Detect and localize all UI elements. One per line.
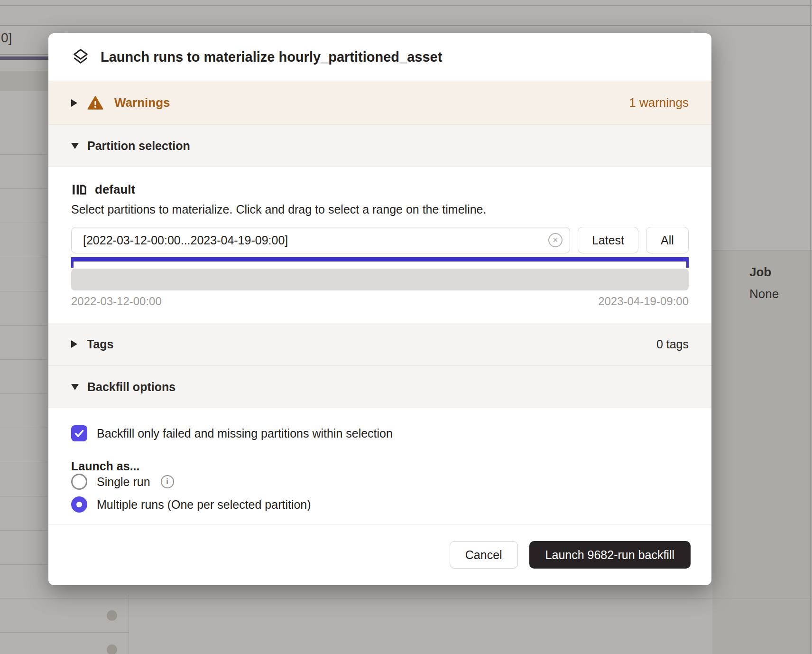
warnings-count: 1 warnings [629, 95, 689, 110]
tags-count: 0 tags [656, 337, 689, 351]
backfill-options-header: Backfill options [87, 380, 175, 394]
bg-divider [0, 5, 812, 6]
timeline-end-label: 2023-04-19-09:00 [598, 295, 689, 308]
tags-header: Tags [87, 337, 114, 351]
info-icon[interactable]: i [161, 475, 174, 488]
tags-section-toggle[interactable]: Tags 0 tags [48, 323, 711, 365]
bg-row-line [0, 359, 47, 360]
failed-missing-checkbox-row[interactable]: Backfill only failed and missing partiti… [71, 425, 689, 441]
partition-range-input[interactable] [71, 227, 570, 253]
checkbox-label: Backfill only failed and missing partiti… [97, 427, 393, 440]
bg-row-line [0, 325, 47, 326]
bg-row-line [0, 257, 47, 257]
partition-timeline[interactable] [71, 269, 689, 290]
launch-as-label: Launch as... [71, 459, 689, 474]
bg-row-line [0, 496, 47, 496]
bg-row-line [0, 154, 47, 155]
bg-divider [0, 25, 812, 26]
bg-partial-text: 0] [1, 30, 12, 46]
bg-selected-row [0, 71, 48, 91]
bg-row-line [0, 291, 47, 291]
bg-status-dot [107, 610, 117, 621]
warnings-section-toggle[interactable]: Warnings 1 warnings [48, 81, 711, 124]
bg-row-line [0, 188, 47, 189]
radio-single-run-label: Single run [97, 475, 150, 489]
partition-selection-body: default Select partitions to materialize… [48, 167, 711, 323]
bg-row-line [712, 250, 812, 251]
radio-multiple-runs[interactable]: Multiple runs (One per selected partitio… [71, 496, 689, 513]
dimension-name: default [95, 182, 135, 197]
dialog-footer: Cancel Launch 9682-run backfill [48, 524, 711, 585]
bg-job-column-header: Job [749, 265, 771, 280]
bg-row-line [0, 393, 47, 394]
checkbox-checked-icon[interactable] [71, 425, 87, 441]
selected-range-indicator[interactable] [71, 257, 689, 268]
bg-row-line [0, 598, 812, 598]
bg-row-line [0, 564, 47, 565]
radio-selected-icon[interactable] [71, 496, 87, 513]
warning-triangle-icon [87, 94, 104, 112]
bg-divider [0, 54, 48, 55]
dialog-title: Launch runs to materialize hourly_partit… [101, 49, 442, 65]
bg-row-line [0, 462, 47, 462]
partition-set-icon [71, 181, 87, 197]
partition-selection-toggle[interactable]: Partition selection [48, 124, 711, 167]
bg-row-line [0, 223, 47, 223]
partition-selection-header: Partition selection [87, 139, 190, 153]
bg-row-line [0, 530, 47, 531]
partition-selection-description: Select partitions to materialize. Click … [71, 202, 689, 216]
all-button[interactable]: All [646, 227, 689, 253]
screen: 0] Job None Launch runs to materialize [0, 0, 812, 654]
warnings-label: Warnings [114, 95, 170, 110]
bg-window-edge [810, 0, 811, 654]
radio-unselected-icon[interactable] [71, 474, 87, 490]
backfill-options-body: Backfill only failed and missing partiti… [48, 408, 711, 524]
bg-accent-divider [0, 56, 48, 60]
bg-row-line [0, 428, 47, 428]
backfill-options-toggle[interactable]: Backfill options [48, 365, 711, 408]
chevron-right-icon [71, 99, 77, 107]
timeline-start-label: 2022-03-12-00:00 [71, 295, 162, 308]
radio-multiple-runs-label: Multiple runs (One per selected partitio… [97, 498, 311, 512]
bg-row-line [0, 632, 129, 633]
chevron-down-icon [71, 143, 79, 149]
chevron-right-icon [71, 340, 77, 348]
chevron-down-icon [71, 384, 79, 390]
radio-single-run[interactable]: Single run i [71, 474, 689, 490]
bg-status-dot [107, 645, 117, 654]
launch-backfill-dialog: Launch runs to materialize hourly_partit… [48, 33, 711, 585]
bg-job-column-value: None [749, 287, 779, 301]
dialog-header: Launch runs to materialize hourly_partit… [48, 33, 711, 81]
bg-table-panel [712, 250, 812, 654]
bg-column-line [129, 595, 129, 654]
cancel-button[interactable]: Cancel [450, 541, 518, 569]
latest-button[interactable]: Latest [578, 227, 638, 253]
launch-backfill-button[interactable]: Launch 9682-run backfill [529, 541, 691, 569]
materialize-layers-icon [71, 47, 90, 66]
clear-selection-icon[interactable]: ✕ [548, 233, 563, 247]
